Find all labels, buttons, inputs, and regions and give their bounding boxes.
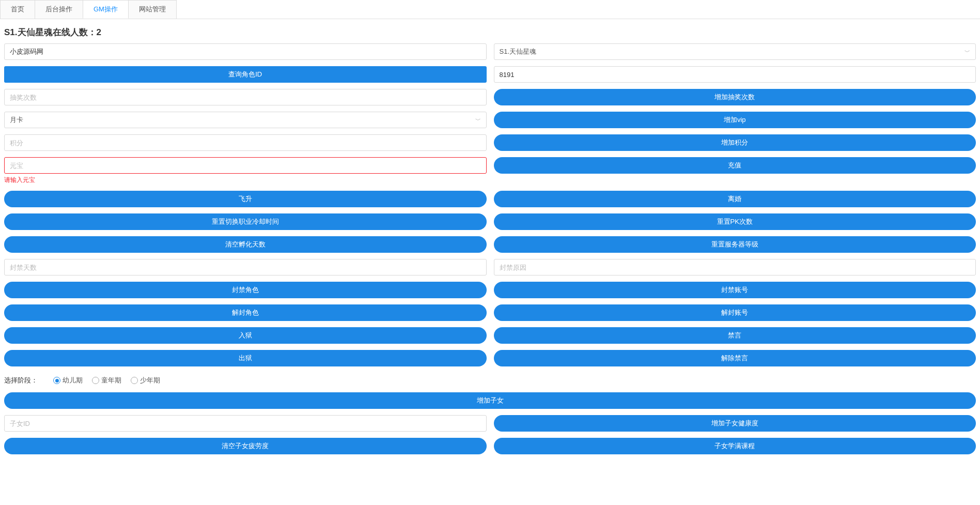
tab-bar: 首页 后台操作 GM操作 网站管理: [0, 0, 980, 19]
stage-label: 选择阶段：: [4, 376, 38, 385]
child-full-course-button[interactable]: 子女学满课程: [494, 438, 976, 454]
query-role-id-button[interactable]: 查询角色ID: [4, 66, 487, 83]
clear-hatch-button[interactable]: 清空孵化天数: [4, 236, 487, 253]
add-child-health-button[interactable]: 增加子女健康度: [494, 415, 976, 432]
stage-radio-child[interactable]: 童年期: [92, 376, 121, 385]
lottery-count-input[interactable]: [4, 89, 487, 105]
divorce-button[interactable]: 离婚: [494, 191, 976, 207]
add-points-button[interactable]: 增加积分: [494, 134, 976, 151]
server-select[interactable]: S1.天仙星魂 ﹀: [494, 43, 976, 60]
role-id-input[interactable]: [494, 66, 976, 83]
ban-account-button[interactable]: 封禁账号: [494, 282, 976, 298]
yuanbao-error-msg: 请输入元宝: [4, 176, 487, 185]
ascend-button[interactable]: 飞升: [4, 191, 487, 207]
unban-account-button[interactable]: 解封账号: [494, 304, 976, 321]
child-id-input[interactable]: [4, 415, 487, 432]
player-name-input[interactable]: [4, 43, 487, 60]
tab-gm[interactable]: GM操作: [83, 0, 129, 19]
vip-type-select[interactable]: 月卡 ﹀: [4, 112, 487, 128]
add-lottery-button[interactable]: 增加抽奖次数: [494, 89, 976, 105]
unjail-button[interactable]: 出狱: [4, 350, 487, 366]
tab-home[interactable]: 首页: [0, 0, 35, 19]
ban-days-input[interactable]: [4, 259, 487, 276]
radio-icon: [53, 377, 60, 384]
reset-job-cd-button[interactable]: 重置切换职业冷却时间: [4, 213, 487, 230]
radio-icon: [92, 377, 99, 384]
reset-server-level-button[interactable]: 重置服务器等级: [494, 236, 976, 253]
add-child-button[interactable]: 增加子女: [4, 392, 976, 409]
page-title: S1.天仙星魂在线人数：2: [0, 19, 980, 43]
stage-radio-group: 选择阶段： 幼儿期 童年期 少年期: [4, 373, 976, 392]
yuanbao-input[interactable]: [4, 157, 487, 174]
ban-role-button[interactable]: 封禁角色: [4, 282, 487, 298]
stage-radio-infant[interactable]: 幼儿期: [53, 376, 83, 385]
points-input[interactable]: [4, 134, 487, 151]
chevron-down-icon: ﹀: [475, 116, 481, 124]
recharge-button[interactable]: 充值: [494, 157, 976, 174]
ban-reason-input[interactable]: [494, 259, 976, 276]
reset-pk-button[interactable]: 重置PK次数: [494, 213, 976, 230]
stage-radio-teen[interactable]: 少年期: [131, 376, 160, 385]
mute-button[interactable]: 禁言: [494, 327, 976, 344]
clear-child-fatigue-button[interactable]: 清空子女疲劳度: [4, 438, 487, 454]
radio-icon: [131, 377, 138, 384]
vip-type-value: 月卡: [10, 115, 23, 125]
jail-button[interactable]: 入狱: [4, 327, 487, 344]
unmute-button[interactable]: 解除禁言: [494, 350, 976, 366]
chevron-down-icon: ﹀: [965, 48, 970, 56]
unban-role-button[interactable]: 解封角色: [4, 304, 487, 321]
tab-site[interactable]: 网站管理: [128, 0, 177, 19]
add-vip-button[interactable]: 增加vip: [494, 112, 976, 128]
tab-backend[interactable]: 后台操作: [35, 0, 83, 19]
server-select-value: S1.天仙星魂: [500, 47, 537, 56]
